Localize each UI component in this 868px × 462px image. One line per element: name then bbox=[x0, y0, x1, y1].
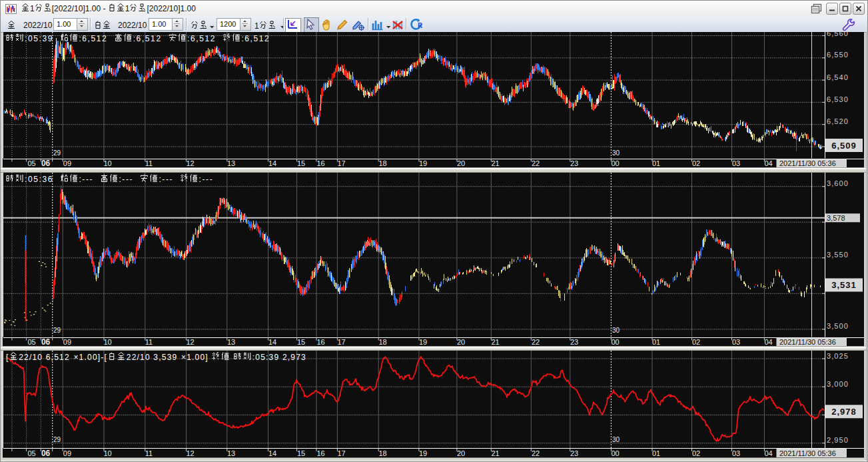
svg-text:09: 09 bbox=[63, 338, 71, 346]
svg-text:23: 23 bbox=[570, 338, 578, 346]
svg-text:10: 10 bbox=[103, 449, 111, 457]
svg-text:21: 21 bbox=[491, 338, 499, 346]
svg-text:20: 20 bbox=[457, 159, 465, 167]
svg-text:12: 12 bbox=[186, 449, 194, 457]
svg-text:17: 17 bbox=[337, 159, 345, 167]
svg-text::6,512: :6,512 bbox=[79, 34, 107, 43]
svg-text:00: 00 bbox=[611, 338, 619, 346]
svg-text:2021/11/30 05:36: 2021/11/30 05:36 bbox=[779, 449, 836, 457]
svg-text:20: 20 bbox=[457, 338, 465, 346]
svg-text:02: 02 bbox=[692, 338, 700, 346]
svg-text::---: :--- bbox=[79, 175, 93, 184]
svg-text:11: 11 bbox=[145, 159, 153, 167]
svg-text:20: 20 bbox=[457, 449, 465, 457]
svg-text::05:39 2,973: :05:39 2,973 bbox=[252, 353, 306, 362]
svg-text:01: 01 bbox=[652, 449, 660, 457]
svg-text:6,530: 6,530 bbox=[827, 95, 849, 103]
svg-text:13: 13 bbox=[227, 449, 235, 457]
svg-text:23: 23 bbox=[570, 159, 578, 167]
svg-text:09: 09 bbox=[63, 449, 71, 457]
svg-text:13: 13 bbox=[227, 338, 235, 346]
svg-text:15: 15 bbox=[297, 449, 305, 457]
svg-text:14: 14 bbox=[268, 338, 276, 346]
svg-text:01: 01 bbox=[652, 338, 660, 346]
svg-text:04: 04 bbox=[764, 449, 772, 457]
svg-text:22: 22 bbox=[532, 338, 540, 346]
svg-text:17: 17 bbox=[337, 449, 345, 457]
svg-text:00: 00 bbox=[611, 449, 619, 457]
svg-text:22: 22 bbox=[532, 159, 540, 167]
svg-text:2,978: 2,978 bbox=[831, 407, 857, 417]
svg-text:2021/11/30 05:36: 2021/11/30 05:36 bbox=[779, 159, 836, 167]
svg-text:23: 23 bbox=[570, 449, 578, 457]
svg-text:15: 15 bbox=[297, 338, 305, 346]
svg-text:29: 29 bbox=[53, 436, 61, 443]
svg-text::05:39: :05:39 bbox=[25, 34, 53, 43]
svg-text:2021/11/30 05:36: 2021/11/30 05:36 bbox=[779, 338, 836, 346]
svg-text:02: 02 bbox=[692, 449, 700, 457]
svg-text:R: R bbox=[418, 22, 423, 29]
svg-text:29: 29 bbox=[53, 327, 61, 334]
svg-text:[: [ bbox=[6, 353, 9, 362]
svg-text:×1.00]: ×1.00] bbox=[181, 353, 209, 362]
svg-text::6,512: :6,512 bbox=[241, 34, 270, 43]
svg-text:13: 13 bbox=[227, 159, 235, 167]
svg-text:05: 05 bbox=[27, 338, 35, 346]
svg-text:19: 19 bbox=[419, 159, 427, 167]
svg-text:16: 16 bbox=[316, 449, 324, 457]
svg-text::05:36: :05:36 bbox=[25, 175, 53, 184]
svg-text:3,531: 3,531 bbox=[831, 280, 857, 290]
svg-text:09: 09 bbox=[63, 159, 71, 167]
svg-text::6,512: :6,512 bbox=[133, 34, 162, 43]
svg-text:3,025: 3,025 bbox=[827, 352, 849, 360]
svg-text:6,509: 6,509 bbox=[831, 141, 857, 151]
svg-text:17: 17 bbox=[337, 338, 345, 346]
svg-text:3,550: 3,550 bbox=[827, 251, 849, 259]
svg-text:30: 30 bbox=[612, 149, 620, 157]
svg-text:14: 14 bbox=[268, 159, 276, 167]
svg-text:18: 18 bbox=[378, 338, 386, 346]
svg-text:19: 19 bbox=[419, 449, 427, 457]
svg-text:22/10 3,539: 22/10 3,539 bbox=[127, 353, 178, 362]
svg-text:02: 02 bbox=[692, 159, 700, 167]
svg-text::---: :--- bbox=[119, 175, 133, 184]
svg-text:16: 16 bbox=[316, 338, 324, 346]
svg-text:6,540: 6,540 bbox=[827, 73, 849, 81]
svg-text:6,520: 6,520 bbox=[827, 117, 849, 125]
svg-text:3,578: 3,578 bbox=[827, 214, 845, 222]
svg-text:16: 16 bbox=[316, 159, 324, 167]
svg-text:05: 05 bbox=[27, 159, 35, 167]
svg-text:10: 10 bbox=[103, 338, 111, 346]
svg-text:3,600: 3,600 bbox=[827, 179, 849, 187]
svg-text:×1.00]-[: ×1.00]-[ bbox=[73, 353, 107, 362]
svg-text:12: 12 bbox=[186, 338, 194, 346]
svg-text:3,000: 3,000 bbox=[827, 380, 849, 388]
svg-text:10: 10 bbox=[103, 159, 111, 167]
svg-text:6,550: 6,550 bbox=[827, 51, 849, 59]
svg-text:03: 03 bbox=[732, 338, 740, 346]
svg-text:30: 30 bbox=[612, 327, 620, 334]
svg-text:22: 22 bbox=[532, 449, 540, 457]
svg-text:3,500: 3,500 bbox=[827, 322, 849, 330]
svg-text:11: 11 bbox=[145, 449, 153, 457]
svg-text::6,512: :6,512 bbox=[187, 34, 216, 43]
svg-text:06: 06 bbox=[41, 337, 51, 347]
svg-text:01: 01 bbox=[652, 159, 660, 167]
svg-text:05: 05 bbox=[27, 449, 35, 457]
svg-text:04: 04 bbox=[764, 338, 772, 346]
svg-text:21: 21 bbox=[491, 449, 499, 457]
svg-text:11: 11 bbox=[145, 338, 153, 346]
svg-text:29: 29 bbox=[53, 149, 61, 157]
svg-text:06: 06 bbox=[41, 449, 51, 458]
svg-text::---: :--- bbox=[199, 175, 214, 184]
svg-text:06: 06 bbox=[41, 159, 51, 168]
svg-text:15: 15 bbox=[297, 159, 305, 167]
svg-text:03: 03 bbox=[732, 449, 740, 457]
svg-text:12: 12 bbox=[186, 159, 194, 167]
svg-text:2,950: 2,950 bbox=[827, 436, 849, 444]
svg-text:18: 18 bbox=[378, 449, 386, 457]
svg-text:03: 03 bbox=[732, 159, 740, 167]
svg-text:14: 14 bbox=[268, 449, 276, 457]
svg-text:6,560: 6,560 bbox=[827, 32, 849, 37]
svg-text:00: 00 bbox=[611, 159, 619, 167]
